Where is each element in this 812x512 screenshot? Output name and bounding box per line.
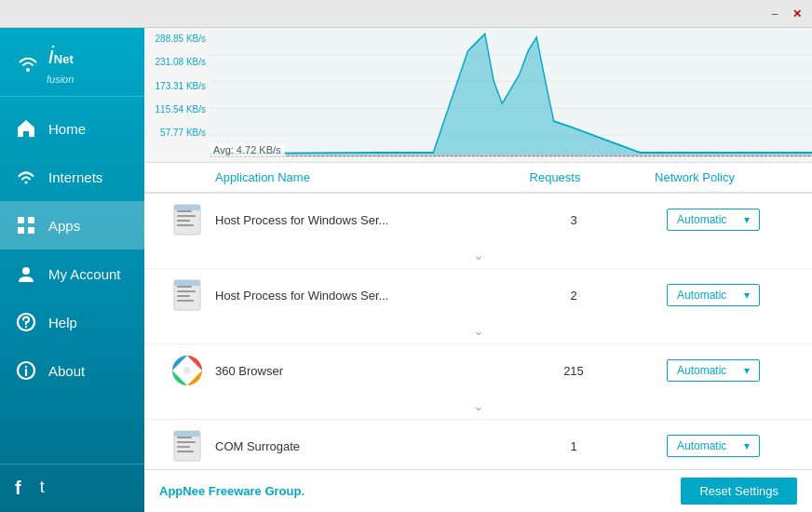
sidebar-item-apps[interactable]: Apps [0,201,144,249]
policy-btn-3[interactable]: Automatic ▾ [667,359,760,382]
logo-area: iNet fusion [0,28,144,97]
twitter-icon[interactable]: t [40,478,45,499]
chart-svg [210,28,812,162]
chart-y-labels: 288.85 KB/s 231.08 KB/s 173.31 KB/s 115.… [144,28,210,162]
app-policy-4: Automatic ▾ [629,435,797,457]
app-icon-generic-3 [170,429,204,463]
sidebar-item-about-label: About [48,363,85,379]
svg-point-10 [25,366,27,368]
sidebar-footer: f t [0,464,144,512]
table-row: Host Process for Windows Ser... 2 Automa… [144,269,812,344]
minimize-button[interactable]: – [767,7,782,21]
row-main: COM Surrogate 1 Automatic ▾ [144,420,812,469]
app-policy-3: Automatic ▾ [629,359,797,382]
svg-rect-38 [174,431,200,437]
policy-btn-4[interactable]: Automatic ▾ [667,435,760,457]
app-icon-wrapper [159,278,215,312]
svg-rect-22 [177,224,194,226]
logo: iNet fusion [15,41,129,87]
svg-rect-20 [177,215,196,217]
svg-rect-23 [174,205,200,210]
svg-point-32 [183,367,191,374]
svg-rect-27 [177,295,190,297]
expand-btn-3[interactable]: ⌄ [473,398,484,413]
app-policy-1: Automatic ▾ [629,209,797,231]
app-requests-1: 3 [518,213,629,227]
svg-rect-26 [177,290,196,292]
account-icon [15,263,37,285]
sidebar-item-about[interactable]: About [0,346,144,395]
nav-items: Home Internets [0,97,144,464]
apps-icon [15,214,37,236]
svg-rect-37 [177,451,194,452]
table-row: 360 Browser 215 Automatic ▾ ⌄ [144,344,812,420]
y-label-1: 288.85 KB/s [148,34,206,44]
chart-avg: Avg: 4.72 KB/s [210,143,285,156]
wifi-nav-icon [15,166,37,188]
app-icon-360browser [170,354,204,387]
svg-rect-4 [28,227,34,234]
chevron-down-icon: ▾ [744,289,750,302]
help-icon [15,311,37,333]
app-icon-generic-2 [170,278,204,312]
app-policy-2: Automatic ▾ [629,284,797,306]
policy-btn-2[interactable]: Automatic ▾ [667,284,760,306]
wifi-icon [15,51,41,77]
sidebar-item-home-label: Home [48,121,86,137]
table-row: COM Surrogate 1 Automatic ▾ ⌄ [144,420,812,469]
close-button[interactable]: ✕ [790,7,805,21]
svg-rect-21 [177,220,190,222]
col-icon [159,170,215,184]
sidebar-item-help[interactable]: Help [0,298,144,346]
app-icon-wrapper [159,429,215,463]
policy-btn-1[interactable]: Automatic ▾ [667,209,760,231]
app-name-3: 360 Browser [215,364,518,378]
app-name-4: COM Surrogate [215,439,518,453]
expand-btn-1[interactable]: ⌄ [473,248,484,263]
content-footer: AppNee Freeware Group. Reset Settings [144,469,812,512]
chevron-down-icon: ▾ [744,439,750,452]
chart-area: 288.85 KB/s 231.08 KB/s 173.31 KB/s 115.… [144,28,812,163]
facebook-icon[interactable]: f [15,478,21,499]
sidebar-item-internets-label: Internets [48,169,102,185]
sidebar-item-myaccount-label: My Account [48,266,121,282]
row-main: Host Process for Windows Ser... 3 Automa… [144,194,812,246]
app-name-2: Host Process for Windows Ser... [215,289,518,303]
sidebar-item-home[interactable]: Home [0,104,144,153]
row-main: Host Process for Windows Ser... 2 Automa… [144,269,812,321]
sidebar-item-apps-label: Apps [48,218,80,234]
sidebar: iNet fusion Home [0,28,144,512]
app-icon-wrapper [159,354,215,387]
app-requests-4: 1 [518,439,629,453]
expand-row-1: ⌄ [144,246,812,268]
y-label-5: 57.77 KB/s [148,128,206,138]
svg-rect-25 [177,286,192,288]
sidebar-item-internets[interactable]: Internets [0,153,144,201]
content-area: 288.85 KB/s 231.08 KB/s 173.31 KB/s 115.… [144,28,812,512]
row-main: 360 Browser 215 Automatic ▾ [144,344,812,397]
reset-settings-button[interactable]: Reset Settings [681,478,797,505]
svg-rect-29 [174,280,200,286]
main-layout: iNet fusion Home [0,28,812,512]
about-icon [15,359,37,382]
svg-rect-2 [28,217,34,223]
expand-row-2: ⌄ [144,321,812,344]
y-label-4: 115.54 KB/s [148,104,206,115]
svg-rect-28 [177,300,194,302]
sidebar-item-myaccount[interactable]: My Account [0,249,144,298]
svg-point-7 [25,326,27,328]
footer-brand: AppNee Freeware Group. [159,484,304,498]
app-icon-wrapper [159,203,215,236]
col-app-name: Application Name [215,170,499,184]
svg-rect-3 [18,227,24,234]
col-network-policy: Network Policy [611,170,778,184]
svg-point-5 [22,267,30,275]
svg-point-0 [25,182,28,184]
expand-btn-2[interactable]: ⌄ [473,323,484,338]
app-list: Host Process for Windows Ser... 3 Automa… [144,194,812,469]
logo-fusion: fusion [47,74,74,85]
chevron-down-icon: ▾ [744,364,750,377]
y-label-2: 231.08 KB/s [148,57,206,67]
app-icon-generic-1 [170,203,204,236]
title-bar: – ✕ [0,0,812,28]
